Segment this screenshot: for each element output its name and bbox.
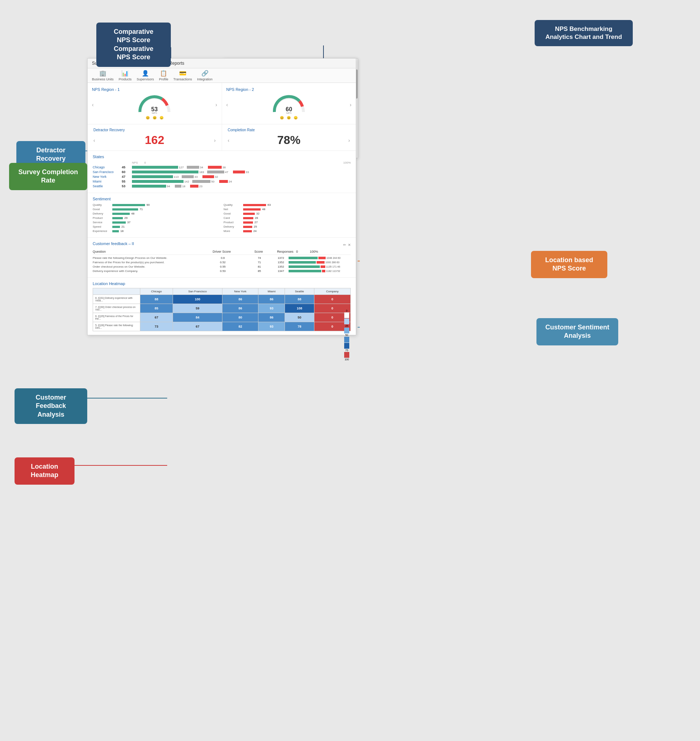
sent-speed-label: Speed: [93, 225, 111, 228]
nav-icon-integration[interactable]: 🔗 Integration: [197, 70, 213, 81]
sent-speed-val: 21: [121, 225, 129, 228]
heatmap-r1-sf: 100: [173, 295, 222, 304]
region-1-smiley-neutral: 😐: [153, 116, 157, 119]
label-location-heatmap: LocationHeatmap: [15, 457, 75, 485]
sent-service-bar: [112, 221, 126, 224]
nav-reports[interactable]: Reports: [169, 61, 184, 66]
scale-100: 100: [344, 358, 349, 361]
heatmap-r2-chicago: 85: [140, 304, 173, 313]
label-customer-sentiment: Customer SentimentAnalysis: [537, 318, 618, 345]
miami-bars: 142 50 24: [132, 180, 351, 183]
svg-text:53: 53: [151, 106, 158, 112]
chicago-gray-bar: [187, 166, 199, 169]
detractor-prev[interactable]: ‹: [93, 137, 95, 143]
heatmap-th-ny: New York: [222, 288, 259, 295]
sent-r-more-label: More: [224, 230, 242, 233]
fr3-val1: 1135: [326, 265, 332, 268]
completion-box: Completion Rate ‹ 78% ›: [222, 124, 356, 150]
sf-gray-bar: [207, 171, 224, 174]
scale-0: 0: [346, 309, 347, 312]
sent-quality-val: 90: [147, 203, 154, 206]
ny-green-val: 113: [174, 175, 181, 178]
sent-speed-bar: [112, 226, 120, 228]
chicago-red-bar: [208, 166, 222, 169]
sent-good: Good 71: [93, 208, 220, 211]
region-2-smiley-sad: 😞: [294, 116, 298, 119]
fr3-red-bar: [321, 265, 325, 268]
chicago-score: 45: [122, 165, 132, 169]
region-2-next[interactable]: ›: [350, 102, 351, 108]
products-label: Products: [119, 77, 132, 81]
fr3-resp-num: 1352: [278, 265, 288, 268]
fh-driver-score: Driver Score: [203, 250, 240, 253]
sent-delivery-label: Delivery: [93, 212, 111, 215]
heatmap-th-company: Company: [314, 288, 350, 295]
states-title: States: [93, 155, 351, 159]
heatmap-row4-label: 5. [Q28] Please rate the following: Des.…: [93, 322, 140, 331]
sent-delivery-val: 48: [131, 212, 138, 215]
region-1-smiley-sad: 😞: [160, 116, 163, 119]
scale-50: 50: [345, 334, 348, 336]
ny-gray-bar: [182, 175, 194, 178]
nav-icon-products[interactable]: 📊 Products: [119, 70, 132, 81]
completion-prev[interactable]: ‹: [228, 137, 230, 143]
states-header-zero: 0: [144, 161, 146, 164]
region-2-prev[interactable]: ‹: [226, 102, 228, 108]
sent-r-good-label: Good: [224, 212, 242, 215]
ny-gray-val: 33: [194, 175, 202, 178]
business-units-label: Business Units: [92, 77, 114, 81]
heatmap-header-row: Chicago San Francisco New York Miami Sea…: [93, 288, 351, 295]
seattle-red-bar: [190, 185, 199, 188]
seattle-gray-val: 18: [182, 185, 189, 188]
miami-gray-bar: [192, 180, 210, 183]
svg-text:60: 60: [286, 106, 292, 112]
heatmap-row-1: 8. [Q31] Delivery experience with Vista.…: [93, 295, 351, 304]
label-comparative-nps: Comparative NPS Score ComparativeNPS Sco…: [96, 22, 171, 67]
nav-icon-supervisors[interactable]: 👤 Supervisors: [137, 70, 154, 81]
sent-r-delivery-val: 25: [254, 225, 261, 228]
sentiment-section: Sentiment Quality 90 Good 71 Delivery: [88, 193, 356, 238]
nav-icon-transactions[interactable]: 💳 Transactions: [174, 70, 192, 81]
integration-icon: 🔗: [201, 70, 209, 77]
comparative-nps-text: Comparative NPS Score: [114, 28, 153, 44]
state-row-ny: New York 47 113 33 32: [93, 175, 351, 178]
heatmap-th-chicago: Chicago: [140, 288, 173, 295]
sent-r-good: Good 32: [224, 212, 351, 215]
sent-r-good-bar: [243, 213, 255, 215]
heatmap-r3-miami: 86: [259, 313, 285, 322]
sent-experience-label: Experience: [93, 230, 111, 233]
fr1-val1: 1048: [326, 257, 332, 259]
fr2-driver: 0.52: [204, 261, 241, 264]
heatmap-r3-sf: 84: [173, 313, 222, 322]
miami-green-val: 142: [184, 180, 191, 183]
sent-good-bar: [112, 208, 138, 211]
fr2-question: Fairness of the Prices for the product(s…: [93, 261, 204, 264]
region-1-prev[interactable]: ‹: [92, 102, 94, 108]
chicago-gray-val: 34: [200, 166, 207, 169]
sent-product-val: 29: [124, 217, 132, 220]
region-1-next[interactable]: ›: [216, 102, 217, 108]
feedback-row-1: Please rate the following:Design Process…: [93, 256, 351, 259]
nps-region-2: NPS Region - 2 ‹ 60 NPS ›: [222, 83, 356, 124]
region-1-smiley-happy: 😊: [146, 116, 150, 119]
miami-gray-val: 50: [211, 180, 218, 183]
feedback-edit-icon[interactable]: ✏: [343, 243, 346, 247]
seattle-green-val: 94: [167, 185, 174, 188]
detractor-next[interactable]: ›: [214, 137, 216, 143]
nav-icon-business-units[interactable]: 🏢 Business Units: [92, 70, 114, 81]
feedback-close-icon[interactable]: ✕: [348, 243, 351, 247]
state-row-seattle: Seattle 53 94 18 23: [93, 184, 351, 188]
fr3-responses: 1352 1135 171 46: [278, 265, 351, 268]
fr3-score: 81: [241, 265, 278, 268]
sentiment-cols: Quality 90 Good 71 Delivery 48: [93, 203, 351, 234]
integration-label: Integration: [197, 77, 213, 81]
completion-title: Completion Rate: [228, 128, 350, 132]
scale-dark: [344, 343, 349, 349]
svg-text:NPS: NPS: [152, 112, 157, 114]
sent-service: Service 37: [93, 221, 220, 224]
sent-experience: Experience 18: [93, 230, 220, 233]
nav-icon-profile[interactable]: 📋 Profile: [159, 70, 169, 81]
scale-75: 75: [345, 349, 348, 352]
completion-next[interactable]: ›: [348, 137, 350, 143]
fh-question: Question: [93, 250, 203, 253]
